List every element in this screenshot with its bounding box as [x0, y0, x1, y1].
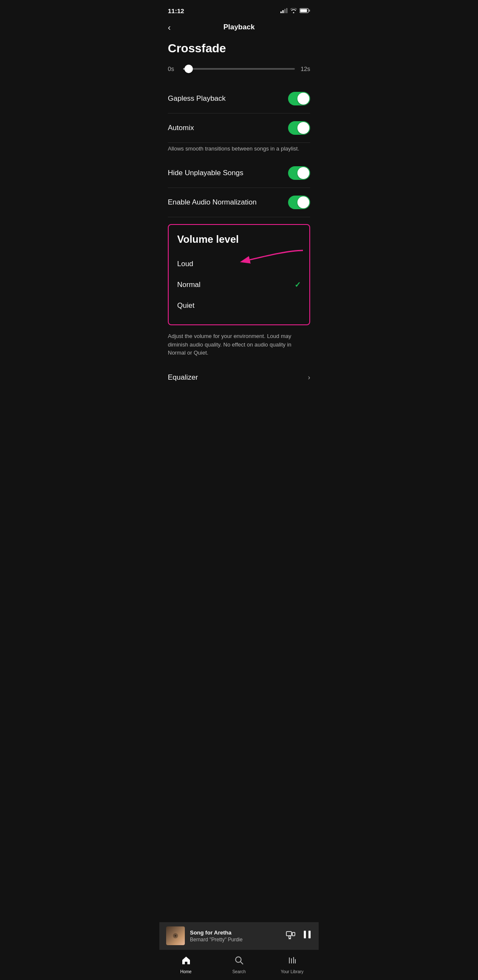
main-content: Crossfade 0s 12s Gapless Playback Automi… — [159, 42, 319, 389]
signal-icon — [280, 8, 288, 13]
crossfade-max-label: 12s — [300, 65, 310, 72]
equalizer-chevron-icon: › — [308, 374, 310, 381]
status-time: 11:12 — [168, 7, 184, 14]
loud-label: Loud — [177, 260, 193, 268]
audio-normalization-toggle[interactable] — [288, 196, 310, 209]
svg-rect-3 — [286, 8, 288, 13]
volume-level-box: Volume level Loud Normal — [168, 224, 310, 325]
crossfade-slider-thumb[interactable] — [184, 65, 193, 73]
svg-rect-2 — [284, 9, 286, 13]
gapless-playback-toggle[interactable] — [288, 92, 310, 105]
hide-unplayable-label: Hide Unplayable Songs — [168, 169, 243, 177]
status-icons — [280, 8, 310, 13]
quiet-label: Quiet — [177, 301, 195, 310]
audio-normalization-row: Enable Audio Normalization — [168, 188, 310, 217]
battery-icon — [300, 8, 310, 13]
gapless-playback-label: Gapless Playback — [168, 94, 226, 103]
automix-label: Automix — [168, 124, 194, 132]
automix-knob — [297, 122, 309, 134]
normal-checkmark: ✓ — [294, 280, 301, 290]
page-header: ‹ Playback — [159, 19, 319, 38]
gapless-playback-row: Gapless Playback — [168, 84, 310, 114]
crossfade-min-label: 0s — [168, 65, 178, 72]
gapless-playback-knob — [297, 93, 309, 105]
crossfade-title: Crossfade — [168, 42, 310, 55]
status-bar: 11:12 — [159, 0, 319, 19]
loud-option-wrapper: Loud — [177, 254, 301, 274]
crossfade-slider-container: 0s 12s — [168, 65, 310, 72]
svg-rect-0 — [280, 11, 282, 13]
hide-unplayable-row: Hide Unplayable Songs — [168, 159, 310, 188]
automix-row: Automix — [168, 114, 310, 143]
volume-description: Adjust the volume for your environment. … — [168, 332, 310, 357]
equalizer-label: Equalizer — [168, 373, 198, 382]
audio-normalization-knob — [297, 196, 309, 208]
back-button[interactable]: ‹ — [168, 23, 171, 32]
scroll-content: Crossfade 0s 12s Gapless Playback Automi… — [159, 42, 319, 453]
hide-unplayable-toggle[interactable] — [288, 166, 310, 180]
crossfade-slider-track[interactable] — [183, 68, 295, 70]
normal-option[interactable]: Normal ✓ — [177, 274, 301, 295]
wifi-icon — [290, 8, 297, 13]
svg-rect-5 — [309, 10, 310, 12]
normal-label: Normal — [177, 281, 201, 289]
audio-normalization-label: Enable Audio Normalization — [168, 198, 257, 207]
svg-rect-1 — [283, 10, 284, 13]
automix-toggle[interactable] — [288, 121, 310, 135]
hide-unplayable-knob — [297, 167, 309, 179]
volume-level-title: Volume level — [177, 233, 301, 245]
page-title: Playback — [223, 23, 255, 31]
quiet-option[interactable]: Quiet — [177, 295, 301, 316]
loud-option[interactable]: Loud — [177, 254, 301, 274]
automix-description: Allows smooth transitions between songs … — [168, 143, 310, 159]
svg-rect-6 — [300, 9, 307, 12]
equalizer-row[interactable]: Equalizer › — [168, 366, 310, 389]
